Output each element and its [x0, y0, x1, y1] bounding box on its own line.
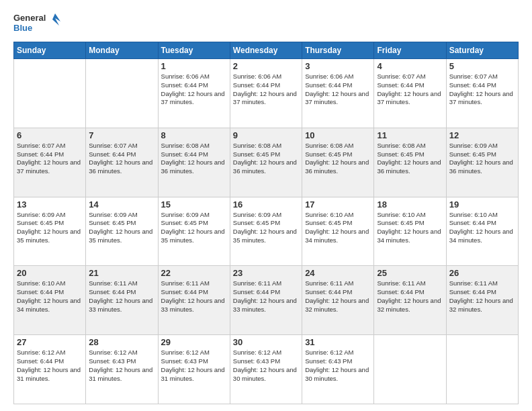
calendar-cell: 26Sunrise: 6:11 AMSunset: 6:44 PMDayligh…: [446, 266, 518, 335]
logo: General Blue: [13, 11, 60, 35]
calendar-cell: 17Sunrise: 6:10 AMSunset: 6:45 PMDayligh…: [302, 197, 374, 266]
day-info: Sunrise: 6:07 AMSunset: 6:44 PMDaylight:…: [377, 73, 443, 107]
weekday-header: Thursday: [302, 42, 374, 59]
day-info: Sunrise: 6:08 AMSunset: 6:44 PMDaylight:…: [161, 142, 227, 176]
day-number: 3: [305, 61, 371, 71]
weekday-header: Monday: [86, 42, 158, 59]
calendar-cell: [14, 59, 86, 128]
day-number: 4: [377, 61, 443, 71]
calendar-cell: 15Sunrise: 6:09 AMSunset: 6:45 PMDayligh…: [158, 197, 230, 266]
day-number: 23: [233, 268, 299, 278]
calendar-week-row: 13Sunrise: 6:09 AMSunset: 6:45 PMDayligh…: [14, 197, 519, 266]
day-info: Sunrise: 6:07 AMSunset: 6:44 PMDaylight:…: [449, 73, 515, 107]
day-number: 12: [449, 130, 515, 140]
day-info: Sunrise: 6:11 AMSunset: 6:44 PMDaylight:…: [233, 279, 299, 314]
page: General Blue SundayMondayTuesdayWednesda…: [0, 0, 532, 411]
svg-text:General: General: [13, 13, 46, 23]
calendar-cell: 30Sunrise: 6:12 AMSunset: 6:43 PMDayligh…: [230, 335, 302, 404]
day-info: Sunrise: 6:09 AMSunset: 6:45 PMDaylight:…: [449, 142, 515, 176]
day-info: Sunrise: 6:12 AMSunset: 6:43 PMDaylight:…: [233, 349, 299, 383]
day-info: Sunrise: 6:12 AMSunset: 6:43 PMDaylight:…: [89, 349, 154, 383]
calendar-cell: 2Sunrise: 6:06 AMSunset: 6:44 PMDaylight…: [230, 59, 302, 128]
day-number: 15: [161, 199, 227, 210]
weekday-header: Saturday: [446, 42, 518, 59]
day-number: 13: [17, 199, 83, 210]
weekday-header: Wednesday: [230, 42, 302, 59]
calendar-week-row: 6Sunrise: 6:07 AMSunset: 6:44 PMDaylight…: [14, 128, 519, 197]
day-number: 24: [305, 268, 371, 278]
day-number: 16: [233, 199, 299, 210]
calendar-week-row: 1Sunrise: 6:06 AMSunset: 6:44 PMDaylight…: [14, 59, 519, 128]
calendar-table: SundayMondayTuesdayWednesdayThursdayFrid…: [13, 42, 519, 404]
day-info: Sunrise: 6:12 AMSunset: 6:44 PMDaylight:…: [17, 349, 83, 383]
weekday-header: Friday: [374, 42, 446, 59]
calendar-cell: 13Sunrise: 6:09 AMSunset: 6:45 PMDayligh…: [14, 197, 86, 266]
day-info: Sunrise: 6:08 AMSunset: 6:45 PMDaylight:…: [305, 142, 371, 176]
day-info: Sunrise: 6:11 AMSunset: 6:44 PMDaylight:…: [89, 279, 154, 314]
day-number: 14: [89, 199, 154, 210]
day-number: 8: [161, 130, 227, 140]
day-number: 6: [17, 130, 83, 140]
calendar-cell: 25Sunrise: 6:11 AMSunset: 6:44 PMDayligh…: [374, 266, 446, 335]
day-info: Sunrise: 6:06 AMSunset: 6:44 PMDaylight:…: [233, 73, 299, 107]
calendar-cell: 9Sunrise: 6:08 AMSunset: 6:45 PMDaylight…: [230, 128, 302, 197]
day-info: Sunrise: 6:07 AMSunset: 6:44 PMDaylight:…: [17, 142, 83, 176]
day-number: 26: [449, 268, 515, 278]
day-number: 9: [233, 130, 299, 140]
day-number: 29: [161, 337, 227, 347]
calendar-cell: 4Sunrise: 6:07 AMSunset: 6:44 PMDaylight…: [374, 59, 446, 128]
calendar-cell: 20Sunrise: 6:10 AMSunset: 6:44 PMDayligh…: [14, 266, 86, 335]
day-info: Sunrise: 6:11 AMSunset: 6:44 PMDaylight:…: [161, 279, 227, 314]
calendar-cell: 19Sunrise: 6:10 AMSunset: 6:44 PMDayligh…: [446, 197, 518, 266]
day-number: 2: [233, 61, 299, 71]
day-info: Sunrise: 6:06 AMSunset: 6:44 PMDaylight:…: [161, 73, 227, 107]
calendar-cell: 3Sunrise: 6:06 AMSunset: 6:44 PMDaylight…: [302, 59, 374, 128]
day-info: Sunrise: 6:09 AMSunset: 6:45 PMDaylight:…: [17, 211, 83, 245]
day-number: 31: [305, 337, 371, 347]
day-number: 27: [17, 337, 83, 347]
calendar-cell: 12Sunrise: 6:09 AMSunset: 6:45 PMDayligh…: [446, 128, 518, 197]
day-info: Sunrise: 6:12 AMSunset: 6:43 PMDaylight:…: [305, 349, 371, 383]
calendar-cell: 31Sunrise: 6:12 AMSunset: 6:43 PMDayligh…: [302, 335, 374, 404]
calendar-cell: 27Sunrise: 6:12 AMSunset: 6:44 PMDayligh…: [14, 335, 86, 404]
calendar-cell: 14Sunrise: 6:09 AMSunset: 6:45 PMDayligh…: [86, 197, 158, 266]
calendar-cell: 16Sunrise: 6:09 AMSunset: 6:45 PMDayligh…: [230, 197, 302, 266]
logo-svg: General Blue: [13, 11, 60, 35]
day-number: 5: [449, 61, 515, 71]
day-number: 25: [377, 268, 443, 278]
weekday-header: Sunday: [14, 42, 86, 59]
calendar-cell: 24Sunrise: 6:11 AMSunset: 6:44 PMDayligh…: [302, 266, 374, 335]
calendar-cell: [446, 335, 518, 404]
weekday-header: Tuesday: [158, 42, 230, 59]
day-info: Sunrise: 6:08 AMSunset: 6:45 PMDaylight:…: [233, 142, 299, 176]
day-number: 11: [377, 130, 443, 140]
calendar-cell: 7Sunrise: 6:07 AMSunset: 6:44 PMDaylight…: [86, 128, 158, 197]
calendar-cell: 21Sunrise: 6:11 AMSunset: 6:44 PMDayligh…: [86, 266, 158, 335]
calendar-cell: 5Sunrise: 6:07 AMSunset: 6:44 PMDaylight…: [446, 59, 518, 128]
calendar-cell: 11Sunrise: 6:08 AMSunset: 6:45 PMDayligh…: [374, 128, 446, 197]
day-info: Sunrise: 6:09 AMSunset: 6:45 PMDaylight:…: [233, 211, 299, 245]
day-info: Sunrise: 6:11 AMSunset: 6:44 PMDaylight:…: [377, 279, 443, 314]
day-number: 7: [89, 130, 154, 140]
calendar-cell: [374, 335, 446, 404]
day-info: Sunrise: 6:10 AMSunset: 6:44 PMDaylight:…: [17, 279, 83, 314]
day-info: Sunrise: 6:10 AMSunset: 6:45 PMDaylight:…: [305, 211, 371, 245]
calendar-cell: 1Sunrise: 6:06 AMSunset: 6:44 PMDaylight…: [158, 59, 230, 128]
day-info: Sunrise: 6:07 AMSunset: 6:44 PMDaylight:…: [89, 142, 154, 176]
day-info: Sunrise: 6:06 AMSunset: 6:44 PMDaylight:…: [305, 73, 371, 107]
svg-marker-2: [52, 13, 60, 26]
day-number: 19: [449, 199, 515, 210]
day-number: 22: [161, 268, 227, 278]
calendar-cell: 6Sunrise: 6:07 AMSunset: 6:44 PMDaylight…: [14, 128, 86, 197]
calendar-cell: 28Sunrise: 6:12 AMSunset: 6:43 PMDayligh…: [86, 335, 158, 404]
day-number: 1: [161, 61, 227, 71]
day-number: 17: [305, 199, 371, 210]
calendar-cell: 22Sunrise: 6:11 AMSunset: 6:44 PMDayligh…: [158, 266, 230, 335]
header: General Blue: [13, 11, 519, 35]
day-number: 18: [377, 199, 443, 210]
day-number: 28: [89, 337, 154, 347]
calendar-cell: [86, 59, 158, 128]
day-info: Sunrise: 6:11 AMSunset: 6:44 PMDaylight:…: [449, 279, 515, 314]
day-info: Sunrise: 6:09 AMSunset: 6:45 PMDaylight:…: [89, 211, 154, 245]
day-info: Sunrise: 6:11 AMSunset: 6:44 PMDaylight:…: [305, 279, 371, 314]
